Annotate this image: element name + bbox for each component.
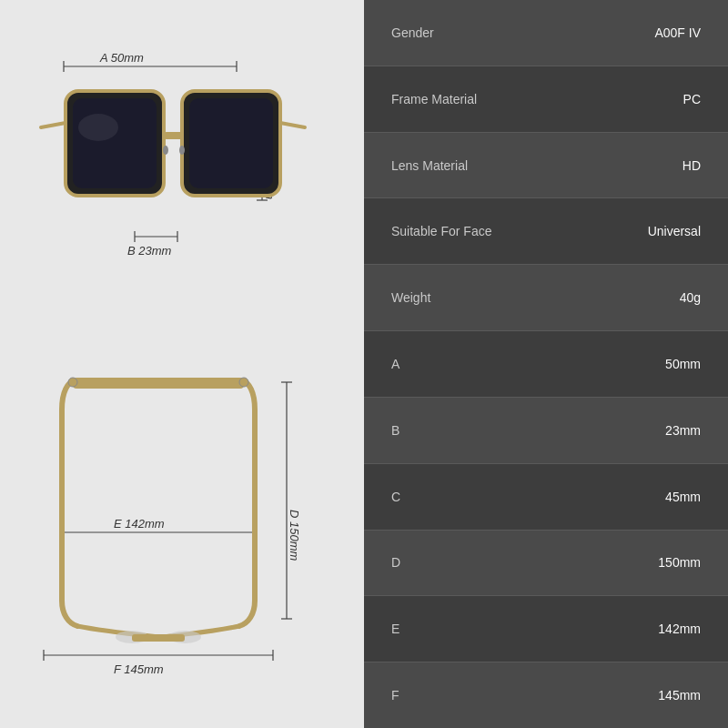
svg-line-18 — [280, 123, 305, 127]
spec-label: Weight — [391, 290, 430, 305]
spec-row: B23mm — [364, 398, 728, 464]
spec-row: Lens MaterialHD — [364, 133, 728, 199]
svg-text:D  150mm: D 150mm — [288, 510, 301, 561]
spec-row: F145mm — [364, 662, 728, 728]
svg-rect-15 — [189, 98, 273, 188]
spec-row: A50mm — [364, 331, 728, 398]
svg-point-20 — [179, 146, 185, 155]
spec-label: Suitable For Face — [391, 224, 492, 238]
spec-label: A — [391, 357, 399, 371]
spec-value: HD — [682, 158, 701, 173]
spec-row: Frame MaterialPC — [364, 66, 728, 133]
spec-row: D150mm — [364, 531, 728, 597]
spec-value: 150mm — [658, 555, 701, 570]
svg-point-39 — [239, 378, 248, 387]
spec-label: Gender — [391, 25, 434, 40]
spec-label: C — [391, 490, 400, 504]
spec-label: Frame Material — [391, 92, 477, 106]
svg-text:A  50mm: A 50mm — [99, 51, 144, 65]
spec-row: GenderA00F IV — [364, 0, 728, 66]
spec-label: D — [391, 555, 400, 570]
front-view-diagram: A 50mm C 45mm B 23mm — [27, 32, 337, 323]
spec-label: E — [391, 622, 399, 636]
side-view-svg: D 150mm E 142mm F 145mm — [27, 355, 337, 692]
side-view-diagram: D 150mm E 142mm F 145mm — [27, 350, 337, 696]
spec-row: Weight40g — [364, 265, 728, 331]
spec-value: 40g — [680, 290, 701, 305]
svg-text:F  145mm: F 145mm — [114, 662, 164, 676]
svg-text:B  23mm: B 23mm — [127, 244, 172, 258]
spec-label: F — [391, 688, 399, 703]
spec-label: B — [391, 423, 399, 438]
front-view-svg: A 50mm C 45mm B 23mm — [27, 41, 337, 314]
svg-point-38 — [68, 378, 77, 387]
svg-point-19 — [163, 146, 168, 155]
left-panel: A 50mm C 45mm B 23mm — [0, 0, 364, 728]
spec-row: E142mm — [364, 596, 728, 662]
specs-panel: GenderA00F IVFrame MaterialPCLens Materi… — [364, 0, 728, 728]
svg-line-17 — [41, 123, 66, 127]
spec-value: 45mm — [665, 490, 701, 504]
svg-text:E  142mm: E 142mm — [114, 517, 165, 531]
svg-rect-34 — [73, 378, 244, 389]
svg-rect-16 — [164, 132, 184, 139]
spec-value: Universal — [648, 224, 701, 238]
spec-value: A00F IV — [654, 25, 701, 40]
svg-rect-13 — [73, 98, 157, 188]
spec-value: PC — [683, 92, 701, 106]
spec-row: Suitable For FaceUniversal — [364, 198, 728, 265]
spec-value: 142mm — [658, 622, 701, 636]
spec-value: 50mm — [665, 357, 701, 371]
svg-rect-37 — [132, 634, 185, 642]
spec-label: Lens Material — [391, 158, 468, 173]
svg-point-21 — [78, 114, 118, 141]
spec-value: 145mm — [658, 688, 701, 703]
spec-value: 23mm — [665, 423, 701, 438]
spec-row: C45mm — [364, 464, 728, 531]
